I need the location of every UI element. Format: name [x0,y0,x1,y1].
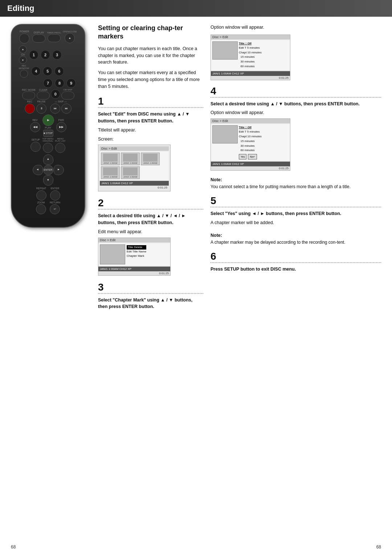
screen-opt1-info: JAN/1 1:00AM CH12 XP [212,72,244,75]
section-title: Setting or clearing chap-ter markers [98,24,203,41]
step-5: 5 Select "Yes" using ◄ / ► buttons, then… [211,196,381,226]
setup-button[interactable] [30,142,41,152]
step-6-num: 6 [211,251,381,262]
fwd-button[interactable]: ▶▶ [56,122,66,132]
left-column: POWER DISPLAY TIMER PROG. OPEN/CLOSE ▲ [11,24,91,317]
rec-mode-button[interactable] [22,92,35,100]
return-button[interactable]: ↩ [50,204,60,214]
opt1-edit-t: Edit T 5 minutes [239,46,262,50]
menu-chapter-mark: Chapter Mark [127,254,146,258]
rec-monitor-label: REC [22,65,26,67]
step-4: 4 Select a desired time using ▲ / ▼ butt… [211,86,381,171]
display-button[interactable] [32,35,45,42]
screen-option-2: Disc > Edit Title □ Off Edit T 5 minutes… [211,118,290,171]
step-3-dots [98,293,203,294]
num7-button[interactable]: 7 [43,78,53,88]
step-3: 3 Select "Chapter Mark" using ▲ / ▼ butt… [98,282,203,311]
page-title: Editing [7,4,385,13]
step-1-screen-label: Screen: [98,136,203,143]
step-1-subtext: Titlelist will appear. [98,127,203,134]
num4-button[interactable]: 4 [31,66,41,76]
stop-button[interactable]: ■ STOP [43,130,53,137]
opt1-header: Title □ Off [239,41,262,46]
num2-button[interactable]: 2 [41,50,50,60]
thumb-2: JAN/1 1:00AM [121,153,140,165]
yes-button[interactable]: Yes [239,154,246,159]
thumb-4-label: JAN/1 1:00AM [103,176,118,178]
step-5-num: 5 [211,196,381,206]
nav-down-button[interactable]: ▼ [43,175,53,186]
note-2-label: Note: [211,233,381,238]
rec-monitor-label2: MONITOR [19,67,29,70]
repeat-button[interactable] [36,190,46,200]
skip-back-button[interactable]: ⏮ [50,104,60,114]
opt2-30: 30 minutes [239,144,262,149]
ch-down-button[interactable]: ▼ [19,56,27,64]
screen-2-time: 0:01:25 [98,271,170,275]
top-menu-button[interactable] [43,143,53,153]
no-button[interactable]: No↵ [248,154,257,159]
nav-right-button[interactable]: ► [54,165,64,175]
option-window-label-1: Option window will appear. [211,24,381,31]
step-1: 1 Select "Edit" from DISC menu using ▲ /… [98,96,203,191]
num3-button[interactable]: 3 [52,50,62,60]
zoom-button[interactable] [36,204,46,214]
enter-center-button[interactable]: ENTER [43,165,53,175]
rec-monitor-button[interactable] [20,70,28,78]
ch-up-button[interactable]: ▲ [19,45,27,53]
num8-button[interactable]: 8 [55,78,64,88]
opt2-edit-t: Edit T 5 minutes [239,130,262,134]
screen-opt1-menu: Title □ Off Edit T 5 minutes Chapt 10 mi… [239,41,262,69]
screen-2-info: JAN/1 1:00AM CH12 XP [100,267,131,271]
timer-prog-button[interactable] [48,34,61,42]
top-menu-label: TOP MENUORIGINAL [42,138,53,142]
power-button[interactable] [19,33,29,44]
clear-button[interactable] [37,92,50,100]
note-1-label: Note: [211,177,381,182]
enter-button[interactable] [50,190,60,200]
num1-button[interactable]: 1 [29,50,38,60]
setup-label: SETUP [32,138,40,141]
intro-text-2: You can set chapter markers every at a s… [98,69,203,90]
pause-button[interactable]: ⏸ [36,104,46,114]
opt1-30: 30 minutes [239,60,262,64]
menu-playlist-label: MENUPLAY LIST [55,138,66,142]
screen-opt2-bottom: JAN/1 1:00AM CH12 XP [211,162,290,166]
note-1-text: You cannot select a time for putting mar… [211,183,381,190]
menu-playlist-button[interactable] [55,143,65,153]
num9-button[interactable]: 9 [66,78,76,88]
open-close-button[interactable]: ▲ [65,33,75,43]
middle-column: Setting or clearing chap-ter markers You… [98,24,203,317]
num0-button[interactable]: 0 [51,89,60,99]
cm-skip-button[interactable] [61,92,74,100]
num5-button[interactable]: 5 [43,66,52,76]
page-header: Editing [0,0,392,17]
num6-button[interactable]: 6 [54,66,64,76]
screen-opt2-title: Disc > Edit [211,119,290,123]
opt1-60: 60 minutes [239,64,262,69]
rec-button[interactable] [25,104,35,114]
nav-left-button[interactable]: ◄ [33,165,43,175]
thumb-4: JAN/1 1:00AM [101,166,120,179]
screen-opt1-time: 0:01:25 [211,76,290,80]
remote-control: POWER DISPLAY TIMER PROG. OPEN/CLOSE ▲ [11,24,85,228]
screen-opt2-thumb [212,125,238,143]
thumb-2-label: JAN/1 1:00AM [123,162,138,164]
screen-opt2-menu: Title □ Off Edit T 5 minutes Chapt 10 mi… [239,125,262,159]
cm-skip-label: CM SKIP [64,89,73,91]
rev-button[interactable]: ◀◀ [30,122,40,132]
thumb-5-label: JAN/1 1:00AM [123,176,138,178]
power-label: POWER [20,30,29,33]
step-5-dots [211,207,381,207]
step-6: 6 Press SETUP button to exit DISC menu. [211,251,381,273]
screen-1-time: 0:01:25 [100,186,169,190]
step-1-dots [98,107,203,108]
screen-opt1-bottom: JAN/1 1:00AM CH12 XP [211,71,290,76]
nav-up-button[interactable]: ▲ [43,154,53,165]
skip-fwd-button[interactable]: ⏭ [61,104,72,114]
play-button[interactable]: ▶ [42,114,54,126]
open-close-label: OPEN/CLOSE [63,31,77,33]
skip-label: — SKIP — [55,100,67,103]
step-6-dots [211,262,381,263]
repeat-label: REPEAT [36,187,46,190]
